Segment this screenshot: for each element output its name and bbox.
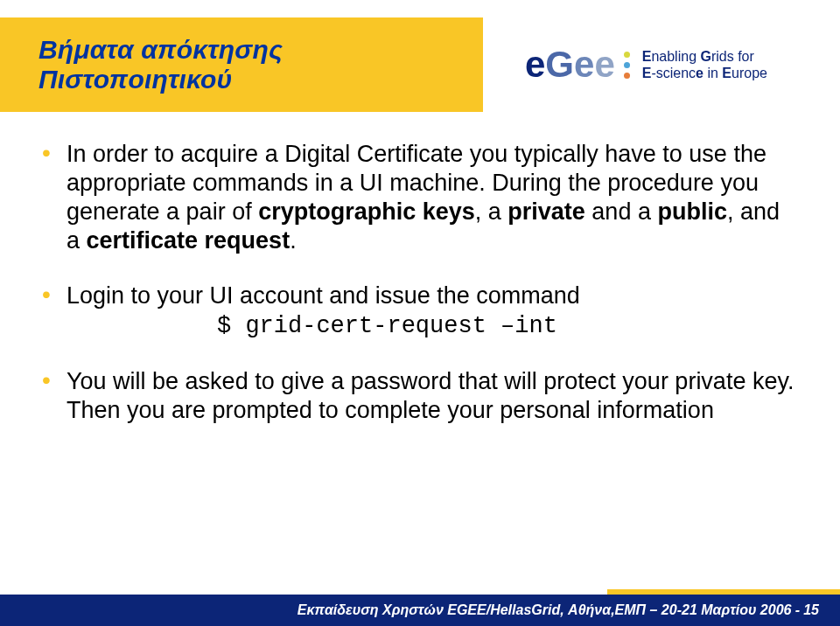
slide: Βήματα απόκτησης Πιστοποιητικού eGee Ena… [0, 0, 840, 626]
bullet-2: Login to your UI account and issue the c… [42, 282, 798, 341]
b1-mid1: , a [475, 198, 508, 225]
b1-bold3: public [657, 198, 727, 225]
footer-bar: Εκπαίδευση Χρηστών EGEE/HellasGrid, Αθήν… [0, 595, 840, 626]
bullet-1: In order to acquire a Digital Certificat… [42, 140, 798, 255]
command-code: $ grid-cert-request –int [217, 312, 798, 341]
logo-letter-e: e [525, 44, 545, 86]
tagline-t5: urope [732, 66, 767, 80]
logo-dots-icon [624, 52, 630, 86]
title-bar: Βήματα απόκτησης Πιστοποιητικού [0, 17, 483, 112]
b3-text: You will be asked to give a password tha… [66, 368, 794, 423]
tagline-b2: G [700, 49, 710, 64]
footer-page-number: 15 [803, 602, 819, 618]
tagline-b1: E [642, 49, 652, 64]
logo-letter-e2: e [574, 44, 594, 86]
bullet-3: You will be asked to give a password tha… [42, 367, 798, 425]
tagline-b5: E [722, 66, 732, 80]
b2-text: Login to your UI account and issue the c… [66, 282, 580, 309]
egee-logotype: eGee [525, 44, 630, 86]
b1-mid2: and a [585, 198, 658, 225]
tagline-t4: in [704, 66, 722, 80]
tagline-b4: e [696, 66, 704, 80]
logo-letter-g: G [545, 44, 574, 86]
b1-bold1: cryptographic keys [258, 198, 475, 225]
egee-letters: eGee [525, 44, 615, 86]
b1-bold4: certificate request [87, 227, 290, 254]
b1-post: . [290, 227, 297, 254]
egee-logo: eGee Enabling Grids for E-science in Eur… [525, 21, 805, 108]
tagline-t1: nabling [651, 49, 700, 64]
tagline-t2: rids for [711, 49, 754, 64]
bullet-list: In order to acquire a Digital Certificat… [42, 140, 798, 425]
footer-text: Εκπαίδευση Χρηστών EGEE/HellasGrid, Αθήν… [298, 602, 800, 618]
tagline-t3: -scienc [651, 66, 696, 80]
logo-tagline: Enabling Grids for E-science in Europe [642, 47, 767, 82]
b1-bold2: private [508, 198, 585, 225]
tagline-b3: E [642, 66, 652, 80]
slide-body: In order to acquire a Digital Certificat… [42, 140, 798, 451]
logo-letter-e3: e [594, 44, 614, 86]
slide-title: Βήματα απόκτησης Πιστοποιητικού [38, 35, 483, 94]
